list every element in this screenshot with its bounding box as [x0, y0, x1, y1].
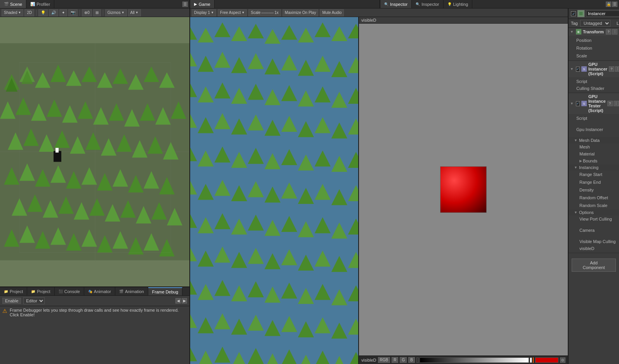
- color-strip-label: visibleD: [361, 358, 376, 362]
- g-button[interactable]: G: [400, 357, 407, 363]
- tester-script-row: Script S GPUInstanceTester ⊙: [569, 115, 619, 122]
- tab-inspector-1[interactable]: 🔍 Inspector: [380, 0, 412, 8]
- visible-d-panel: visibleD visibleD RGB R G B: [358, 17, 568, 364]
- scene-canvas: [0, 17, 189, 286]
- gpu-tester-settings[interactable]: ⋮: [614, 101, 619, 106]
- tab-inspector-2[interactable]: 🔍 Inspector: [412, 0, 443, 8]
- frame-debug-next[interactable]: ▶: [182, 298, 187, 304]
- color-marker: [533, 357, 534, 363]
- shaded-dropdown[interactable]: Shaded ▼: [2, 9, 23, 16]
- tab-project-1[interactable]: 📁 Project: [0, 287, 27, 295]
- gpu-instancer-ref-row: Gpu Instancer ⬡ Instancer (GPU Instancer…: [569, 122, 619, 137]
- svg-rect-72: [54, 151, 61, 162]
- visibleD-row: visibleD visibleD ⊙: [569, 245, 619, 252]
- gpu-script-row: Script S GPUInstancer ⊙: [569, 78, 619, 85]
- transform-settings[interactable]: ⋮: [612, 29, 617, 35]
- gpu-tester-icon: S: [581, 101, 587, 106]
- color-swatch-display: [440, 166, 487, 213]
- r-button[interactable]: R: [392, 357, 398, 363]
- range-end-row: Range End X Y: [569, 178, 619, 186]
- transform-component: ▼ ⊕ Transform ? ⋮ Position: [569, 28, 619, 61]
- add-component-area: Add Component: [569, 253, 619, 277]
- scene-layers[interactable]: Gizmos ▼: [105, 9, 127, 16]
- bounds-row: ▶ Bounds 2: [569, 157, 619, 164]
- mute-audio-btn[interactable]: Mute Audio: [320, 9, 344, 16]
- object-active-toggle[interactable]: ✓: [571, 11, 576, 16]
- gpu-instancer-header[interactable]: ▼ ✓ S GPU Instancer (Script) ? ⋮: [569, 61, 619, 77]
- inspector-panel: ✓ Static ▼: [569, 9, 619, 364]
- tab-frame-debug[interactable]: Frame Debug: [148, 287, 182, 295]
- scene-all-btn[interactable]: All ▼: [128, 9, 141, 16]
- maximize-play-btn[interactable]: Maximize On Play: [283, 9, 319, 16]
- gpu-instancer-icon: S: [581, 66, 587, 72]
- material-row: Material ◉ GPUInstanceCullingMaterial ⊙: [569, 150, 619, 157]
- gpu-tester-header[interactable]: ▼ ✓ S GPU Instance Tester (Script) ? ⋮: [569, 93, 619, 114]
- gpu-tester-enable[interactable]: ✓: [576, 101, 580, 106]
- random-scale-row: Random Scale: [569, 202, 619, 209]
- color-canvas: [359, 24, 568, 355]
- mesh-data-section[interactable]: ▼ Mesh Data: [569, 137, 619, 143]
- tab-console[interactable]: ⬛ Console: [55, 287, 84, 295]
- object-icon: [577, 10, 584, 17]
- density-row: Density X Y: [569, 186, 619, 194]
- transform-icon: ⊕: [576, 29, 581, 35]
- inspector-menu[interactable]: ☰: [612, 2, 617, 7]
- tab-animation[interactable]: 🎬 Animation: [115, 287, 148, 295]
- scene-panel-menu[interactable]: ☰: [182, 2, 188, 7]
- viewport-culling-row: View Port Culling: [569, 216, 619, 223]
- rgb-button[interactable]: RGB: [378, 357, 390, 363]
- gpu-tester-help[interactable]: ?: [607, 101, 613, 106]
- transform-header[interactable]: ▼ ⊕ Transform ? ⋮: [569, 28, 619, 36]
- color-min-marker: [416, 357, 419, 363]
- range-start-row: Range Start X Y: [569, 171, 619, 178]
- scene-fx-btn[interactable]: ✦: [59, 9, 67, 16]
- color-result-swatch: [535, 357, 558, 363]
- color-gradient-bar[interactable]: [420, 357, 529, 363]
- options-section[interactable]: ▼ Options: [569, 209, 619, 216]
- object-name-input[interactable]: [586, 10, 619, 17]
- frame-debug-prev[interactable]: ◀: [175, 298, 181, 304]
- 2d-toggle[interactable]: 2D: [24, 9, 34, 16]
- inspector-lock[interactable]: 🔒: [606, 2, 611, 7]
- color-eyedropper[interactable]: ⊙: [560, 357, 565, 363]
- enable-button[interactable]: Enable: [2, 298, 21, 304]
- tab-scene[interactable]: 🎬 Scene: [0, 0, 26, 8]
- rotation-row: Rotation X Y: [569, 44, 619, 52]
- scene-sound-btn[interactable]: 🔊: [49, 9, 58, 16]
- position-row: Position X Y: [569, 36, 619, 44]
- gpu-instancer-component: ▼ ✓ S GPU Instancer (Script) ? ⋮ Script: [569, 61, 619, 93]
- scale-control[interactable]: Scale ───── 1x: [248, 9, 281, 16]
- scene-light-btn[interactable]: 💡: [38, 9, 48, 16]
- tag-dropdown[interactable]: Untagged: [580, 20, 610, 27]
- editor-dropdown[interactable]: Editor: [23, 297, 45, 304]
- separator-2: [80, 10, 80, 16]
- gpu-instancer-settings[interactable]: ⋮: [615, 66, 619, 72]
- add-component-button[interactable]: Add Component: [572, 259, 616, 272]
- gpu-instancer-enable[interactable]: ✓: [576, 67, 580, 72]
- scene-grid[interactable]: ⊞: [93, 9, 101, 16]
- tab-profiler[interactable]: 📊 Profiler: [26, 0, 54, 8]
- color-max-marker: [530, 357, 532, 363]
- b-button[interactable]: B: [408, 357, 415, 363]
- game-canvas: [190, 17, 358, 364]
- aspect-dropdown[interactable]: Free Aspect ▼: [218, 9, 247, 16]
- inspector-object-header: ✓ Static ▼: [569, 9, 619, 19]
- tab-lighting[interactable]: 💡 Lighting: [444, 0, 473, 8]
- gpu-tester-component: ▼ ✓ S GPU Instance Tester (Script) ? ⋮ S…: [569, 93, 619, 253]
- scene-num1[interactable]: ⊕0: [82, 9, 92, 16]
- frame-debug-info: ⚠ Frame Debugger lets you step through d…: [0, 306, 189, 319]
- tab-game[interactable]: ▶ Game: [190, 0, 215, 8]
- svg-rect-266: [579, 12, 583, 15]
- svg-rect-73: [55, 148, 59, 153]
- tab-project-2[interactable]: 📁 Project: [27, 287, 54, 295]
- instancing-section[interactable]: ▼ Instancing: [569, 164, 619, 171]
- visible-map-culling-row: Visible Map Culling ✓: [569, 238, 619, 245]
- gpu-instancer-help[interactable]: ?: [609, 66, 614, 72]
- culling-shader-row: Culling Shader ⬡ InstanceCulling ⊙: [569, 85, 619, 92]
- transform-help[interactable]: ?: [606, 29, 611, 35]
- display-dropdown[interactable]: Display 1 ▼: [192, 9, 216, 16]
- tab-animator[interactable]: 🎭 Animator: [84, 287, 115, 295]
- scene-camera-btn[interactable]: 📷: [68, 9, 78, 16]
- visible-d-label: visibleD: [359, 17, 568, 24]
- bottom-panel: 📁 Project 📁 Project ⬛ Console 🎭 Animator: [0, 286, 189, 364]
